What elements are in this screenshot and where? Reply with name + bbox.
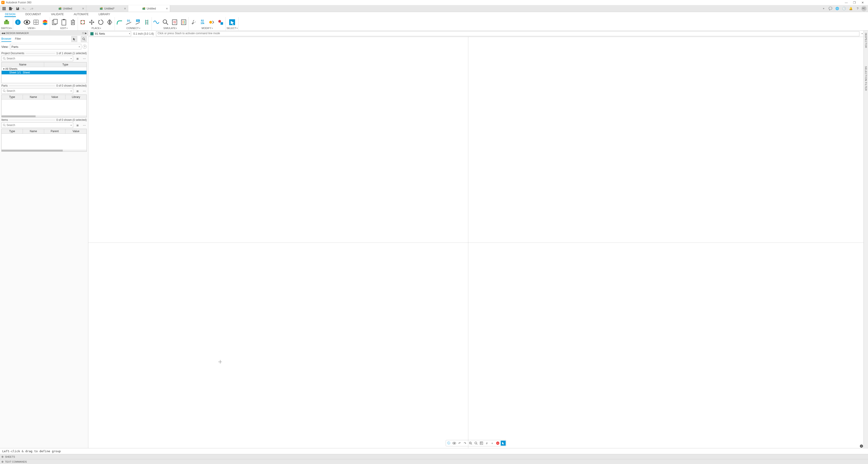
sim1-button[interactable]: [171, 18, 179, 26]
ribbon-tab-validate[interactable]: VALIDATE: [51, 12, 64, 17]
ribbon-tab-design[interactable]: DESIGN: [4, 12, 16, 17]
more-button[interactable]: ⋯: [82, 88, 87, 93]
more-button[interactable]: ⋯: [82, 123, 87, 127]
eye-button[interactable]: [23, 18, 31, 26]
select-button[interactable]: [228, 18, 236, 26]
col-name[interactable]: Name: [2, 62, 44, 67]
minimize-button[interactable]: —: [842, 0, 850, 5]
clock-button[interactable]: 🕒: [841, 6, 847, 11]
nets-selector[interactable]: 91 Nets ▾: [89, 31, 131, 36]
ribbon-group-label[interactable]: PLACE ▾: [92, 27, 101, 30]
more-button[interactable]: ⋯: [82, 56, 87, 61]
doc-tab-2[interactable]: Untitled✕: [128, 5, 170, 12]
bottom-panel-text-commands[interactable]: ⊕ TEXT COMMANDS: [0, 459, 868, 464]
close-button[interactable]: ✕: [859, 0, 867, 5]
switch-button[interactable]: [3, 18, 10, 26]
ribbon-tab-document[interactable]: DOCUMENT: [25, 12, 41, 17]
copy-button[interactable]: [51, 18, 59, 26]
redo-canvas-button[interactable]: ↷: [463, 441, 468, 446]
docs-search-input[interactable]: [6, 57, 70, 60]
col-name[interactable]: Name: [23, 129, 44, 134]
probe-button[interactable]: [162, 18, 169, 26]
move-button[interactable]: [88, 18, 96, 26]
grid-toggle-button[interactable]: #: [485, 441, 489, 446]
select-mode-button[interactable]: [501, 441, 506, 446]
h-scrollbar[interactable]: [2, 115, 87, 117]
command-input[interactable]: [158, 32, 858, 35]
tab-filter[interactable]: Filter: [15, 36, 21, 42]
ribbon-group-label[interactable]: SWITCH ▾: [1, 27, 12, 30]
ribbon-group-label[interactable]: SELECT ▾: [226, 27, 238, 30]
grid-menu-button[interactable]: [1, 6, 7, 11]
stop-button[interactable]: [495, 441, 500, 446]
undo-canvas-button[interactable]: ↶: [457, 441, 462, 446]
mirror-button[interactable]: [106, 18, 114, 26]
rotate-button[interactable]: [97, 18, 104, 26]
col-type[interactable]: Type: [2, 95, 23, 99]
maximize-button[interactable]: ❐: [850, 0, 859, 5]
view-help-button[interactable]: ?: [83, 45, 87, 49]
paste-button[interactable]: [60, 18, 68, 26]
items-search[interactable]: ▾: [1, 122, 73, 128]
r210k-button[interactable]: R210k: [198, 18, 206, 26]
info-button[interactable]: i: [14, 18, 22, 26]
col-parent[interactable]: Parent: [44, 129, 65, 134]
swap2-button[interactable]: [217, 18, 224, 26]
list-options-button[interactable]: ≣: [75, 88, 80, 93]
eye-button[interactable]: [452, 441, 457, 446]
undo-button[interactable]: [21, 6, 28, 11]
col-value[interactable]: Value: [65, 129, 87, 134]
panel-dot-button[interactable]: [82, 32, 84, 34]
chevron-down-icon[interactable]: ▾: [862, 33, 863, 35]
ribbon-tab-automate[interactable]: AUTOMATE: [73, 12, 89, 17]
info-button[interactable]: ⓘ: [446, 441, 451, 446]
help-button[interactable]: ?: [855, 6, 861, 11]
bottom-panel-sheets[interactable]: ⊕ SHEETS: [0, 454, 868, 459]
bus-button[interactable]: [143, 18, 151, 26]
globe-button[interactable]: 🌐: [834, 6, 840, 11]
selection-filter-tab[interactable]: SELECTION FILTER: [865, 66, 867, 91]
ribbon-group-label[interactable]: VIEW ▾: [28, 27, 35, 30]
doc-tab-0[interactable]: Untitled✕: [44, 5, 86, 12]
view-selector[interactable]: Parts ▾: [10, 44, 81, 50]
file-button[interactable]: ▾: [8, 6, 14, 11]
comments-button[interactable]: 💬: [827, 6, 834, 11]
ribbon-group-label[interactable]: MODIFY ▾: [202, 27, 213, 30]
col-name[interactable]: Name: [23, 95, 44, 99]
command-line[interactable]: [156, 31, 859, 36]
col-type[interactable]: Type: [44, 62, 87, 67]
d1-button[interactable]: D1: [125, 18, 132, 26]
panel-tool-cursor[interactable]: [71, 36, 77, 42]
panel-expand-button[interactable]: ▶: [85, 32, 87, 35]
list-options-button[interactable]: ≣: [75, 56, 80, 61]
tab-browser[interactable]: Browser: [1, 36, 11, 42]
trash-button[interactable]: [69, 18, 77, 26]
collapse-panel-button[interactable]: ◀◀: [1, 32, 5, 35]
inspector-tab[interactable]: INSPECTOR: [865, 33, 867, 48]
zoom-out-button[interactable]: [468, 441, 473, 446]
wire-button[interactable]: [116, 18, 123, 26]
items-search-input[interactable]: [6, 123, 70, 127]
list-options-button[interactable]: ≣: [75, 123, 80, 127]
save-button[interactable]: [14, 6, 21, 11]
panel-tool-zoom[interactable]: [81, 36, 87, 42]
col-type[interactable]: Type: [2, 129, 23, 134]
docs-search[interactable]: ▾: [1, 56, 73, 61]
col-library[interactable]: Library: [65, 95, 87, 99]
ribbon-tab-library[interactable]: LIBRARY: [98, 12, 111, 17]
redo-button[interactable]: [28, 6, 34, 11]
tab-close-button[interactable]: ✕: [166, 7, 168, 10]
wrench-button[interactable]: [190, 18, 197, 26]
drawing-canvas[interactable]: ⓘ ↶ ↷ # + A: [88, 37, 864, 448]
sim2-button[interactable]: [180, 18, 187, 26]
tab-close-button[interactable]: ✕: [124, 7, 126, 10]
tab-close-button[interactable]: ✕: [82, 7, 84, 10]
tree-row-all-sheets[interactable]: ▾ All Sheets: [2, 67, 87, 71]
doc-tab-1[interactable]: Untitled*✕: [86, 5, 128, 12]
d1b-button[interactable]: D1: [134, 18, 142, 26]
user-avatar[interactable]: RC: [861, 6, 867, 11]
layers-button[interactable]: [41, 18, 49, 26]
new-tab-button[interactable]: +: [820, 6, 827, 11]
parts-search-input[interactable]: [6, 89, 70, 92]
h-scrollbar[interactable]: [2, 150, 87, 151]
